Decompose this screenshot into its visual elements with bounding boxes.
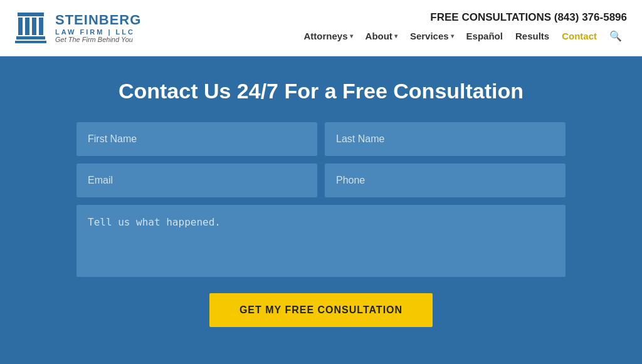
message-textarea[interactable] [76, 205, 566, 277]
first-name-input[interactable] [76, 122, 317, 156]
nav-bar: Attorneys ▾ About ▾ Services ▾ Español R… [299, 28, 627, 44]
nav-attorneys-label: Attorneys [304, 31, 348, 41]
logo-icon [15, 13, 46, 43]
nav-about-label: About [366, 31, 392, 41]
chevron-down-icon: ▾ [350, 33, 353, 39]
contact-form: GET MY FREE CONSULTATION [76, 122, 566, 327]
nav-services-label: Services [410, 31, 449, 41]
nav-contact-label: Contact [562, 31, 597, 41]
logo-area: STEINBERG LAW FIRM | LLC Get The Firm Be… [15, 13, 141, 43]
main-content: Contact Us 24/7 For a Free Consultation … [0, 56, 642, 346]
nav-about[interactable]: About ▾ [360, 28, 403, 44]
logo-text: STEINBERG LAW FIRM | LLC Get The Firm Be… [55, 13, 141, 43]
nav-results[interactable]: Results [510, 28, 554, 44]
phone-input[interactable] [325, 164, 566, 197]
firm-tagline: Get The Firm Behind You [55, 36, 141, 43]
chevron-down-icon: ▾ [451, 33, 454, 39]
email-input[interactable] [76, 164, 317, 197]
nav-services[interactable]: Services ▾ [405, 28, 459, 44]
submit-row: GET MY FREE CONSULTATION [76, 293, 566, 327]
name-row [76, 122, 566, 156]
nav-espanol[interactable]: Español [461, 28, 508, 44]
submit-button[interactable]: GET MY FREE CONSULTATION [209, 293, 433, 327]
nav-results-label: Results [515, 31, 549, 41]
phone-bar[interactable]: FREE CONSULTATIONS (843) 376-5896 [430, 11, 627, 24]
search-icon[interactable]: 🔍 [604, 28, 627, 44]
firm-sub: LAW FIRM | LLC [55, 28, 141, 36]
header-right: FREE CONSULTATIONS (843) 376-5896 Attorn… [299, 11, 627, 44]
firm-name: STEINBERG [55, 13, 141, 28]
last-name-input[interactable] [325, 122, 566, 156]
nav-contact[interactable]: Contact [557, 28, 602, 44]
contact-row [76, 164, 566, 197]
nav-espanol-label: Español [466, 31, 503, 41]
page-title: Contact Us 24/7 For a Free Consultation [25, 79, 617, 103]
nav-attorneys[interactable]: Attorneys ▾ [299, 28, 358, 44]
chevron-down-icon: ▾ [394, 33, 397, 39]
site-header: STEINBERG LAW FIRM | LLC Get The Firm Be… [0, 0, 642, 56]
